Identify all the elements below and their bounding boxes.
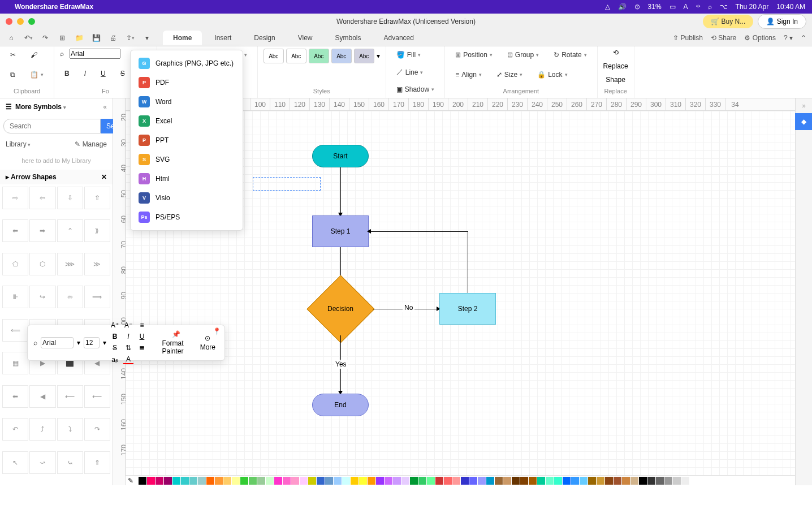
- export-item[interactable]: WWord: [131, 92, 243, 111]
- color-swatch[interactable]: [461, 477, 469, 485]
- shape-thumb[interactable]: ⇑: [84, 451, 110, 474]
- color-swatch[interactable]: [690, 477, 698, 485]
- color-swatch[interactable]: [427, 477, 435, 485]
- color-swatch[interactable]: [546, 477, 554, 485]
- print-button[interactable]: 🖨: [107, 32, 119, 44]
- shape-thumb[interactable]: ⟸: [2, 319, 28, 342]
- style-swatch-1[interactable]: Abc: [264, 49, 284, 63]
- color-swatch[interactable]: [529, 477, 537, 485]
- shape-thumb[interactable]: ⤵: [57, 418, 83, 441]
- cut-button[interactable]: ✂: [6, 49, 20, 61]
- new-button[interactable]: ⊞: [57, 32, 68, 44]
- color-swatch[interactable]: [418, 477, 426, 485]
- more-qat-button[interactable]: ▾: [141, 32, 153, 44]
- color-swatch[interactable]: [630, 477, 638, 485]
- color-swatch[interactable]: [486, 477, 494, 485]
- styles-more-button[interactable]: ▾: [377, 52, 380, 60]
- rotate-button[interactable]: ↻ Rotate: [549, 49, 591, 61]
- shape-thumb[interactable]: ≫: [84, 253, 110, 275]
- export-item[interactable]: PPPT: [131, 131, 243, 150]
- mini-font-dropdown[interactable]: ▾: [77, 339, 80, 347]
- close-window-button[interactable]: [6, 18, 12, 25]
- shape-thumb[interactable]: ↷: [84, 418, 110, 441]
- color-swatch[interactable]: [639, 477, 647, 485]
- shape-thumb[interactable]: ↖: [2, 451, 28, 474]
- expand-right-panel[interactable]: »: [796, 98, 812, 113]
- style-swatch-4[interactable]: Abc: [331, 49, 352, 63]
- home-icon[interactable]: ⌂: [6, 32, 17, 44]
- shape-thumb[interactable]: ⟹: [84, 286, 110, 308]
- font-name-input[interactable]: [70, 49, 120, 59]
- export-button[interactable]: ⇪: [124, 32, 136, 44]
- color-swatch[interactable]: [622, 477, 630, 485]
- shape-thumb[interactable]: ⇨: [2, 187, 28, 209]
- color-swatch[interactable]: [401, 477, 409, 485]
- publish-button[interactable]: ⇧ Publish: [673, 34, 703, 42]
- edge[interactable]: [340, 167, 341, 215]
- color-swatch[interactable]: [139, 477, 146, 485]
- export-item[interactable]: VVisio: [131, 188, 243, 208]
- collapse-left-panel[interactable]: «: [103, 103, 107, 111]
- shape-thumb[interactable]: ⋙: [57, 253, 83, 275]
- lock-button[interactable]: 🔒 Lock: [533, 68, 572, 81]
- bold-button[interactable]: B: [60, 67, 74, 80]
- tab-view[interactable]: View: [288, 31, 323, 45]
- color-swatch[interactable]: [597, 477, 604, 485]
- arrow-shapes-section[interactable]: ▸ Arrow Shapes: [6, 173, 57, 181]
- color-swatch[interactable]: [291, 477, 299, 485]
- color-swatch[interactable]: [614, 477, 621, 485]
- tab-insert[interactable]: Insert: [204, 31, 241, 45]
- format-painter-vbutton[interactable]: 📌Format Painter: [159, 330, 193, 355]
- color-swatch[interactable]: [376, 477, 384, 485]
- shape-thumb[interactable]: ⤴: [29, 418, 55, 441]
- color-swatch[interactable]: [198, 477, 206, 485]
- shape-thumb[interactable]: ⬅: [2, 219, 28, 242]
- shape-thumb[interactable]: ⬄: [57, 286, 83, 308]
- shape-thumb[interactable]: ◀: [29, 385, 55, 408]
- input-icon[interactable]: A: [684, 3, 688, 11]
- floating-shape-button[interactable]: ◆: [795, 113, 812, 130]
- style-swatch-5[interactable]: Abc: [354, 49, 374, 63]
- redo-button[interactable]: ↷: [40, 32, 51, 44]
- color-swatch[interactable]: [563, 477, 571, 485]
- group-button[interactable]: ⊡ Group: [503, 49, 543, 61]
- color-swatch[interactable]: [520, 477, 528, 485]
- color-swatch[interactable]: [410, 477, 418, 485]
- tab-design[interactable]: Design: [244, 31, 285, 45]
- shape-thumb[interactable]: ⊪: [2, 286, 28, 308]
- help-button[interactable]: ? ▾: [784, 34, 793, 42]
- color-swatch[interactable]: [571, 477, 579, 485]
- triangle-icon[interactable]: △: [605, 3, 610, 11]
- export-item[interactable]: PsPS/EPS: [131, 208, 243, 227]
- shape-thumb[interactable]: ⤿: [57, 451, 83, 474]
- color-swatch[interactable]: [257, 477, 265, 485]
- color-swatch[interactable]: [393, 477, 401, 485]
- more-symbols-header[interactable]: More Symbols: [15, 103, 66, 111]
- save-button[interactable]: 💾: [90, 32, 102, 44]
- minimize-window-button[interactable]: [17, 18, 24, 25]
- shape-thumb[interactable]: ⇧: [84, 187, 110, 209]
- fill-button[interactable]: 🪣 Fill: [392, 49, 425, 61]
- shape-thumb[interactable]: ⬡: [29, 253, 55, 275]
- color-swatch[interactable]: [435, 477, 443, 485]
- replace-shape-icon[interactable]: ⟲: [613, 49, 619, 57]
- edge[interactable]: [468, 231, 468, 293]
- tab-symbols[interactable]: Symbols: [325, 31, 372, 45]
- options-button[interactable]: ⚙ Options: [744, 34, 776, 42]
- eyedropper-icon[interactable]: ✎: [128, 477, 138, 485]
- flowchart-step1-node[interactable]: Step 1: [312, 215, 369, 247]
- color-swatch[interactable]: [537, 477, 545, 485]
- color-swatch[interactable]: [240, 477, 248, 485]
- line-spacing-button[interactable]: ⇅: [123, 344, 133, 352]
- menubar-date[interactable]: Thu 20 Apr: [736, 3, 769, 11]
- color-swatch[interactable]: [359, 477, 367, 485]
- size-button[interactable]: ⤢ Size: [492, 68, 527, 81]
- share-button[interactable]: ⟲ Share: [711, 34, 736, 42]
- export-item[interactable]: SSVG: [131, 150, 243, 169]
- control-center-icon[interactable]: ⌥: [720, 3, 728, 11]
- color-swatch[interactable]: [478, 477, 486, 485]
- maximize-window-button[interactable]: [28, 18, 35, 25]
- line-button[interactable]: ／ Line: [392, 65, 428, 79]
- undo-button[interactable]: ↶: [23, 32, 34, 44]
- mini-font-input[interactable]: [41, 337, 74, 348]
